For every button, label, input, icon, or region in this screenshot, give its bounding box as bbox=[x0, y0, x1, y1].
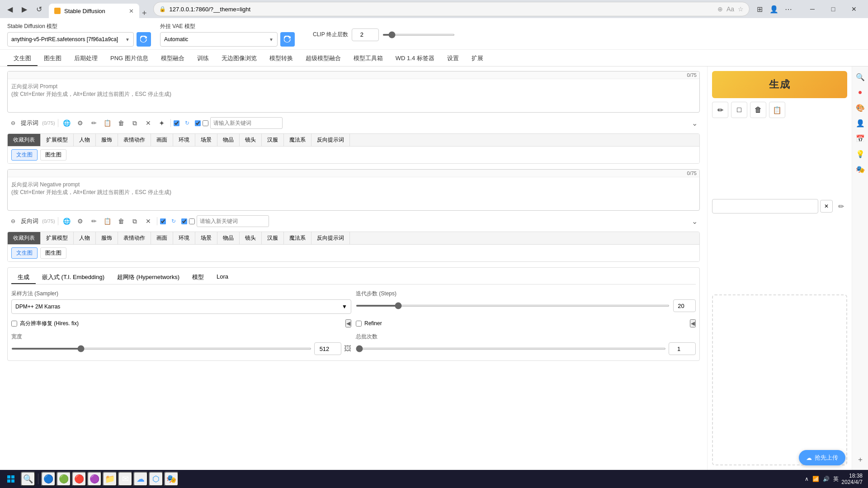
pos-check2[interactable] bbox=[195, 120, 201, 126]
pencil-tool-btn[interactable]: ✏ bbox=[712, 102, 728, 118]
negative-prompt-textarea[interactable] bbox=[8, 177, 699, 209]
gen-tab-embedding[interactable]: 嵌入式 (T.I. Embedding) bbox=[36, 271, 111, 284]
address-bar[interactable] bbox=[170, 6, 714, 13]
neg-cat-neg[interactable]: 反向提示词 bbox=[311, 232, 350, 244]
pos-cat-clothes[interactable]: 服饰 bbox=[96, 134, 118, 146]
new-tab-btn[interactable]: + bbox=[139, 9, 150, 18]
pos-subtab-txt2img[interactable]: 文生图 bbox=[11, 149, 38, 161]
neg-paste-btn[interactable]: 📋 bbox=[102, 215, 113, 227]
neg-check1[interactable] bbox=[160, 218, 166, 224]
translate-icon[interactable]: ⊕ bbox=[717, 5, 723, 13]
pos-check3[interactable] bbox=[203, 120, 208, 126]
tab-settings[interactable]: 设置 bbox=[441, 52, 465, 66]
neg-cat-favorites[interactable]: 收藏列表 bbox=[8, 232, 41, 244]
neg-clear-btn[interactable]: 🗑 bbox=[115, 215, 127, 227]
pos-cat-environment[interactable]: 环境 bbox=[173, 134, 195, 146]
pos-expand-btn[interactable]: ⌄ bbox=[689, 118, 700, 128]
tab-img2img[interactable]: 图生图 bbox=[38, 52, 68, 66]
copy-tool-btn[interactable]: 📋 bbox=[769, 102, 785, 118]
pos-settings-btn[interactable]: ⚙ bbox=[75, 117, 86, 129]
img-edit-icon[interactable]: ✏ bbox=[835, 200, 847, 213]
window-refresh-btn[interactable]: ↺ bbox=[33, 3, 45, 15]
window-forward-btn[interactable]: ▶ bbox=[18, 3, 31, 15]
pos-keyword-input[interactable] bbox=[210, 117, 283, 129]
pos-copy-btn[interactable]: ⧉ bbox=[129, 117, 141, 129]
neg-copy-btn[interactable]: ⧉ bbox=[129, 215, 141, 227]
taskbar-app2-btn[interactable]: 🔴 bbox=[72, 472, 86, 486]
pos-paste-btn[interactable]: 📋 bbox=[102, 117, 113, 129]
tab-model-merge[interactable]: 模型融合 bbox=[155, 52, 191, 66]
pos-cat-hanfu[interactable]: 汉服 bbox=[262, 134, 284, 146]
pos-cat-characters[interactable]: 人物 bbox=[74, 134, 96, 146]
hires-fix-collapse[interactable]: ◀ bbox=[345, 319, 351, 327]
neg-cat-clothes[interactable]: 服饰 bbox=[96, 232, 118, 244]
width-input[interactable] bbox=[314, 342, 341, 355]
generate-button[interactable]: 生成 bbox=[712, 71, 847, 98]
batch-input[interactable] bbox=[669, 342, 696, 355]
gen-tab-generate[interactable]: 生成 bbox=[11, 271, 36, 284]
tab-extras[interactable]: 后期处理 bbox=[68, 52, 104, 66]
taskbar-start-btn[interactable] bbox=[2, 471, 20, 487]
sidebar-search-btn[interactable]: 🔍 bbox=[854, 70, 867, 84]
neg-cat-lens[interactable]: 镜头 bbox=[240, 232, 262, 244]
pos-edit-btn[interactable]: ✏ bbox=[88, 117, 100, 129]
pos-cat-items[interactable]: 物品 bbox=[217, 134, 240, 146]
taskbar-search-btn[interactable]: 🔍 bbox=[21, 472, 35, 486]
neg-cat-environment[interactable]: 环境 bbox=[173, 232, 195, 244]
gen-tab-models[interactable]: 模型 bbox=[186, 271, 210, 284]
taskbar-app1-btn[interactable]: 🟢 bbox=[57, 472, 71, 486]
close-btn[interactable]: ✕ bbox=[844, 0, 864, 18]
neg-cat-magic[interactable]: 魔法系 bbox=[284, 232, 311, 244]
sidebar-icon3[interactable]: 👤 bbox=[854, 116, 867, 130]
profile-btn[interactable]: 👤 bbox=[768, 3, 780, 15]
pos-collapse-btn[interactable]: ⊖ bbox=[7, 117, 19, 129]
tab-txt2img[interactable]: 文生图 bbox=[7, 52, 38, 66]
tab-image-browse[interactable]: 无边图像浏览 bbox=[215, 52, 263, 66]
taskbar-app8-btn[interactable]: 🎭 bbox=[164, 472, 179, 486]
gen-tab-lora[interactable]: Lora bbox=[210, 271, 235, 284]
neg-cat-scene[interactable]: 场景 bbox=[195, 232, 217, 244]
neg-subtab-img2img[interactable]: 图生图 bbox=[40, 247, 66, 259]
batch-slider[interactable] bbox=[356, 348, 666, 350]
img-text-input[interactable] bbox=[712, 199, 818, 213]
trash-tool-btn[interactable]: 🗑 bbox=[750, 102, 766, 118]
neg-collapse-btn[interactable]: ⊖ bbox=[7, 215, 19, 227]
extensions-btn[interactable]: ⊞ bbox=[753, 3, 766, 15]
taskbar-app7-btn[interactable]: ⬡ bbox=[149, 472, 163, 486]
sd-model-select[interactable]: anything-v5-PrtRE.safetensors [7f96a1a9c… bbox=[7, 32, 134, 47]
pos-clear-btn[interactable]: 🗑 bbox=[115, 117, 127, 129]
neg-edit-btn[interactable]: ✏ bbox=[88, 215, 100, 227]
sidebar-plus-btn[interactable]: ＋ bbox=[854, 453, 867, 466]
more-btn[interactable]: ⋯ bbox=[782, 3, 795, 15]
steps-slider[interactable] bbox=[356, 305, 670, 307]
steps-input[interactable] bbox=[673, 299, 696, 312]
pos-globe-btn[interactable]: 🌐 bbox=[61, 117, 73, 129]
clip-slider[interactable] bbox=[382, 34, 455, 36]
neg-cat-characters[interactable]: 人物 bbox=[74, 232, 96, 244]
pos-cat-ext-models[interactable]: 扩展模型 bbox=[41, 134, 74, 146]
neg-check2[interactable] bbox=[181, 218, 187, 224]
sidebar-icon2[interactable]: 🎨 bbox=[854, 101, 867, 114]
tab-model-convert[interactable]: 模型转换 bbox=[263, 52, 299, 66]
taskbar-time[interactable]: 18:38 2024/4/7 bbox=[841, 473, 863, 485]
neg-subtab-txt2img[interactable]: 文生图 bbox=[11, 247, 38, 259]
pos-cat-scene[interactable]: 场景 bbox=[195, 134, 217, 146]
taskbar-app6-btn[interactable]: ☁ bbox=[133, 472, 148, 486]
hires-fix-checkbox[interactable] bbox=[11, 321, 17, 327]
sd-model-refresh-btn[interactable] bbox=[137, 32, 151, 47]
pos-cat-favorites[interactable]: 收藏列表 bbox=[8, 134, 41, 146]
width-slider[interactable] bbox=[11, 348, 311, 350]
neg-settings-btn[interactable]: ⚙ bbox=[75, 215, 86, 227]
vae-model-refresh-btn[interactable] bbox=[280, 32, 295, 47]
width-img-icon[interactable]: 🖼 bbox=[344, 345, 351, 353]
taskbar-edge-btn[interactable]: 🔵 bbox=[41, 472, 56, 486]
square-tool-btn[interactable]: □ bbox=[731, 102, 747, 118]
neg-keyword-input[interactable] bbox=[197, 215, 269, 227]
neg-cat-items[interactable]: 物品 bbox=[217, 232, 240, 244]
img-clear-btn[interactable]: ✕ bbox=[820, 200, 833, 213]
tab-wd-tagger[interactable]: WD 1.4 标签器 bbox=[389, 52, 441, 66]
sampler-select[interactable]: DPM++ 2M Karras ▼ bbox=[11, 299, 351, 314]
refiner-collapse[interactable]: ◀ bbox=[690, 319, 696, 327]
pos-cat-expressions[interactable]: 表情动作 bbox=[118, 134, 151, 146]
pos-check1[interactable] bbox=[174, 120, 179, 126]
